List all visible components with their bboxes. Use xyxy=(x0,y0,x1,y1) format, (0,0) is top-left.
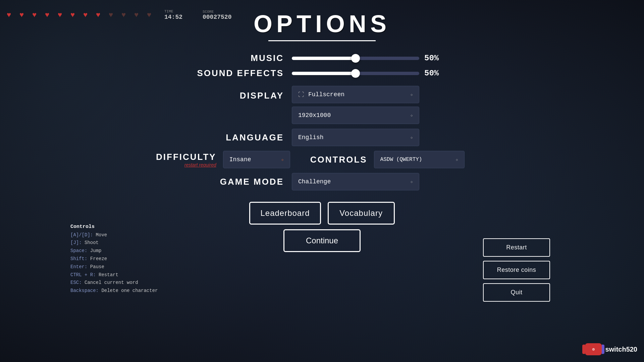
continue-button[interactable]: Continue xyxy=(283,229,361,252)
switch-logo: ⊙ switch520 xyxy=(585,343,637,355)
key-shoot: [J]: xyxy=(70,240,82,245)
control-freeze: Shift: Freeze xyxy=(70,255,158,263)
title-underline xyxy=(268,40,376,41)
chevron-updown-icon: ⬦ xyxy=(410,92,413,97)
controls-info-title: Controls xyxy=(70,223,158,231)
gamemode-row: GAME MODE Challenge ⬦ xyxy=(191,173,453,190)
control-move: [A]/[D]: Move xyxy=(70,231,158,239)
sound-value: 50% xyxy=(424,69,444,78)
sound-effects-row: SOUND EFFECTS 50% xyxy=(191,68,453,78)
sound-thumb[interactable] xyxy=(351,69,360,78)
difficulty-label-block: DIFFICULTY restart required xyxy=(156,152,223,168)
chevron-updown-icon-5: ⬦ xyxy=(455,157,458,162)
control-jump: Space: Jump xyxy=(70,247,158,255)
restart-button[interactable]: Restart xyxy=(483,238,550,257)
difficulty-label: DIFFICULTY xyxy=(156,152,216,162)
resolution-dropdown[interactable]: 1920x1000 ⬦ xyxy=(292,107,419,124)
quit-button[interactable]: Quit xyxy=(483,283,550,302)
restart-required: restart required xyxy=(156,162,216,168)
music-fill xyxy=(292,57,356,60)
display-controls: ⛶ Fullscreen ⬦ 1920x1000 ⬦ xyxy=(292,86,419,124)
display-mode-value: Fullscreen xyxy=(308,91,344,98)
language-value: English xyxy=(298,134,324,141)
music-label: MUSIC xyxy=(191,53,292,63)
page-title: OPTIONS xyxy=(254,10,390,38)
difficulty-section: DIFFICULTY restart required Insane ⬦ xyxy=(156,151,290,168)
restore-coins-button[interactable]: Restore coins xyxy=(483,261,550,279)
dropdown-left: ⛶ Fullscreen xyxy=(298,91,344,98)
controls-section: CONTROLS ASDW (QWERTY) ⬦ xyxy=(310,151,465,168)
controls-label: CONTROLS xyxy=(310,155,367,165)
control-pause: Enter: Pause xyxy=(70,263,158,271)
difficulty-controls-row: DIFFICULTY restart required Insane ⬦ CON… xyxy=(156,151,465,168)
chevron-updown-icon-2: ⬦ xyxy=(410,113,413,118)
gamemode-label: GAME MODE xyxy=(191,177,292,187)
display-row: DISPLAY ⛶ Fullscreen ⬦ 1920x1000 ⬦ xyxy=(191,83,453,124)
key-restart: CTRL + R: xyxy=(70,272,96,278)
key-cancel: ESC: xyxy=(70,280,82,285)
sound-label: SOUND EFFECTS xyxy=(191,68,292,78)
bottom-buttons: Leaderboard Vocabulary xyxy=(249,202,394,225)
language-row: LANGUAGE English ⬦ xyxy=(191,129,453,146)
resolution-value: 1920x1000 xyxy=(298,112,331,119)
key-backspace: Backspace: xyxy=(70,288,99,293)
controls-value: ASDW (QWERTY) xyxy=(380,157,422,163)
music-slider[interactable] xyxy=(292,57,419,60)
main-content: OPTIONS MUSIC 50% SOUND EFFECTS 50 xyxy=(0,0,644,362)
music-control: 50% xyxy=(292,54,453,63)
key-jump: Space: xyxy=(70,248,87,253)
music-row: MUSIC 50% xyxy=(191,53,453,63)
gamemode-value: Challenge xyxy=(298,178,331,185)
control-restart: CTRL + R: Restart xyxy=(70,271,158,279)
display-mode-dropdown[interactable]: ⛶ Fullscreen ⬦ xyxy=(292,86,419,103)
language-dropdown[interactable]: English ⬦ xyxy=(292,129,419,146)
control-backspace: Backspace: Delete one character xyxy=(70,287,158,295)
sound-control: 50% xyxy=(292,69,453,78)
key-pause: Enter: xyxy=(70,264,87,269)
chevron-updown-icon-3: ⬦ xyxy=(410,135,413,140)
controls-info-panel: Controls [A]/[D]: Move [J]: Shoot Space:… xyxy=(70,223,158,295)
switch-icon: ⊙ xyxy=(585,343,602,355)
language-label: LANGUAGE xyxy=(191,132,292,143)
difficulty-dropdown[interactable]: Insane ⬦ xyxy=(223,151,290,168)
music-thumb[interactable] xyxy=(351,54,360,63)
fullscreen-icon: ⛶ xyxy=(298,91,304,98)
vocabulary-button[interactable]: Vocabulary xyxy=(328,202,395,225)
sound-fill xyxy=(292,72,356,75)
control-cancel: ESC: Cancel current word xyxy=(70,279,158,287)
chevron-updown-icon-6: ⬦ xyxy=(410,179,413,184)
key-freeze: Shift: xyxy=(70,256,87,261)
options-container: MUSIC 50% SOUND EFFECTS 50% DISP xyxy=(0,53,644,252)
chevron-updown-icon-4: ⬦ xyxy=(281,157,284,162)
difficulty-value: Insane xyxy=(229,156,251,163)
switch-text: switch520 xyxy=(605,346,637,353)
music-value: 50% xyxy=(424,54,444,63)
continue-button-wrapper: Continue xyxy=(283,229,361,252)
display-label: DISPLAY xyxy=(191,86,292,101)
sound-slider[interactable] xyxy=(292,72,419,75)
controls-dropdown[interactable]: ASDW (QWERTY) ⬦ xyxy=(374,151,465,168)
key-move: [A]/[D]: xyxy=(70,232,93,238)
right-buttons-panel: Restart Restore coins Quit xyxy=(483,238,550,302)
leaderboard-button[interactable]: Leaderboard xyxy=(249,202,321,225)
control-shoot: [J]: Shoot xyxy=(70,239,158,247)
gamemode-dropdown[interactable]: Challenge ⬦ xyxy=(292,173,419,190)
